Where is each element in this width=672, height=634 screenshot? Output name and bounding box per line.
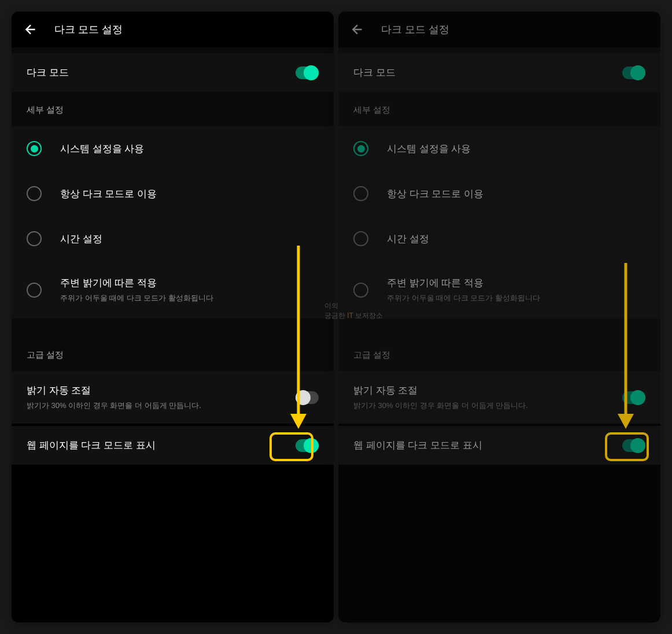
web-dark-toggle[interactable] [622,439,645,452]
brightness-auto-toggle[interactable] [296,391,319,404]
radio-icon [353,141,368,156]
dark-mode-toggle[interactable] [622,66,645,79]
advanced-section-header: 고급 설정 [12,337,334,371]
divider [338,318,660,337]
page-title: 다크 모드 설정 [381,23,449,36]
brightness-auto-row[interactable]: 밝기 자동 조절 밝기가 30% 이하인 경우 화면을 더 어둡게 만듭니다. [338,371,660,424]
web-dark-label: 웹 페이지를 다크 모드로 표시 [27,439,296,452]
radio-icon [27,231,42,246]
divider [12,318,334,337]
radio-label: 시간 설정 [387,232,429,246]
radio-sublabel: 주위가 어두울 때에 다크 모드가 활성화됩니다 [60,293,213,303]
web-dark-row[interactable]: 웹 페이지를 다크 모드로 표시 [338,426,660,465]
dark-mode-toggle-row[interactable]: 다크 모드 [338,53,660,92]
radio-icon [27,283,42,298]
header: 다크 모드 설정 [12,12,334,47]
divider [338,47,660,53]
brightness-auto-label: 밝기 자동 조절 [353,384,622,397]
radio-always-dark[interactable]: 항상 다크 모드로 이용 [338,171,660,216]
detail-section-header: 세부 설정 [12,92,334,126]
radio-label: 주변 밝기에 따른 적용 [60,276,213,290]
radio-icon [353,231,368,246]
page-title: 다크 모드 설정 [54,23,123,36]
radio-ambient-light[interactable]: 주변 밝기에 따른 적용 주위가 어두울 때에 다크 모드가 활성화됩니다 [12,261,334,318]
radio-sublabel: 주위가 어두울 때에 다크 모드가 활성화됩니다 [387,293,540,303]
radio-always-dark[interactable]: 항상 다크 모드로 이용 [12,171,334,216]
radio-label: 항상 다크 모드로 이용 [60,187,157,201]
dark-mode-label: 다크 모드 [353,66,622,79]
radio-icon [27,141,42,156]
brightness-auto-sublabel: 밝기가 30% 이하인 경우 화면을 더 어둡게 만듭니다. [353,401,622,411]
divider [12,47,334,53]
back-arrow-icon[interactable] [350,22,365,37]
radio-label: 시스템 설정을 사용 [387,142,471,155]
web-dark-label: 웹 페이지를 다크 모드로 표시 [353,439,622,452]
dark-mode-toggle[interactable] [296,66,319,79]
radio-icon [353,283,368,298]
phone-right: 다크 모드 설정 다크 모드 세부 설정 시스템 설정을 사용 항상 다크 모드… [338,12,660,622]
advanced-section-header: 고급 설정 [338,337,660,371]
header: 다크 모드 설정 [338,12,660,47]
radio-ambient-light[interactable]: 주변 밝기에 따른 적용 주위가 어두울 때에 다크 모드가 활성화됩니다 [338,261,660,318]
radio-use-system[interactable]: 시스템 설정을 사용 [12,126,334,171]
radio-label: 시스템 설정을 사용 [60,142,144,155]
brightness-auto-row[interactable]: 밝기 자동 조절 밝기가 30% 이하인 경우 화면을 더 어둡게 만듭니다. [12,371,334,424]
radio-time-setting[interactable]: 시간 설정 [338,216,660,261]
radio-label: 항상 다크 모드로 이용 [387,187,483,201]
phone-left: 다크 모드 설정 다크 모드 세부 설정 시스템 설정을 사용 항상 다크 모드… [12,12,334,622]
radio-icon [27,186,42,201]
brightness-auto-toggle[interactable] [622,391,645,404]
web-dark-toggle[interactable] [296,439,319,452]
detail-section-header: 세부 설정 [338,92,660,126]
radio-time-setting[interactable]: 시간 설정 [12,216,334,261]
brightness-auto-label: 밝기 자동 조절 [27,384,296,397]
dark-mode-toggle-row[interactable]: 다크 모드 [12,53,334,92]
radio-icon [353,186,368,201]
dark-mode-label: 다크 모드 [27,66,296,79]
back-arrow-icon[interactable] [23,22,38,37]
radio-use-system[interactable]: 시스템 설정을 사용 [338,126,660,171]
web-dark-row[interactable]: 웹 페이지를 다크 모드로 표시 [12,426,334,465]
radio-label: 시간 설정 [60,232,102,246]
radio-label: 주변 밝기에 따른 적용 [387,276,540,290]
brightness-auto-sublabel: 밝기가 30% 이하인 경우 화면을 더 어둡게 만듭니다. [27,401,296,411]
